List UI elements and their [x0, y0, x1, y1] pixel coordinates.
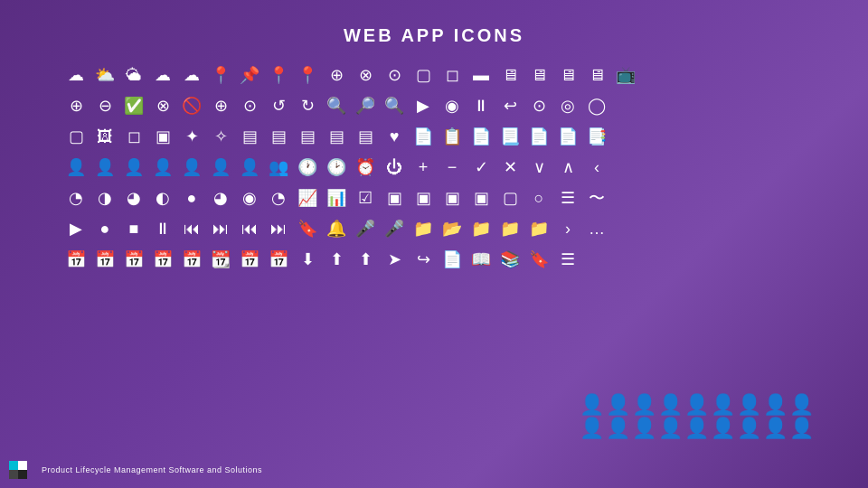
- monitor-icon-1: 🖥: [497, 62, 523, 88]
- person-cyan-1: 👤: [580, 395, 604, 415]
- person-cyan-9: 👤: [684, 418, 709, 438]
- monitor-icon-4: 🖥: [584, 62, 609, 88]
- person-white-7: 👤: [737, 418, 761, 438]
- doc-icon-2: 📋: [439, 124, 465, 149]
- list-icon: ☰: [555, 185, 580, 211]
- doc-icon-6: 📄: [555, 124, 580, 149]
- add-icon: ⊕: [208, 93, 233, 118]
- upload-icon-2: ⬆: [353, 247, 378, 272]
- dot-icon: ●: [92, 216, 118, 241]
- doc-icon-3: 📄: [468, 124, 494, 149]
- sun-icon-1: ✦: [179, 124, 204, 149]
- icon-row-6: ▶ ● ■ ⏸ ⏮ ⏭ ⏮ ⏭ 🔖 🔔 🎤 🎤 📁 📂 📁 📁 📁 › …: [63, 216, 805, 241]
- cloud-download-icon: ☁: [179, 62, 204, 88]
- map-icon-4: ▤: [324, 124, 349, 149]
- book-open-icon: 📚: [497, 247, 523, 272]
- calendar-icon-5: 📅: [179, 247, 204, 272]
- square-icon-1: ▢: [410, 62, 436, 88]
- footer-text: Product Lifecycle Management Software an…: [42, 465, 262, 474]
- check-icon: ✓: [468, 155, 494, 180]
- folder-icon-2: 📂: [439, 216, 465, 241]
- line-chart-icon: 📈: [295, 185, 320, 211]
- chevron-up-icon: ∧: [555, 155, 580, 180]
- person-white-3: 👤: [737, 395, 761, 415]
- menu-icon: ☰: [555, 247, 580, 272]
- map-icon-2: ▤: [266, 124, 291, 149]
- icon-row-4: 👤 👤 👤 👤 👤 👤 👤 👥 🕐 🕑 ⏰ ⏻ + − ✓ ✕ ∨ ∧ ‹: [63, 155, 805, 180]
- circle-dot-icon: ◎: [555, 93, 580, 118]
- person-cyan-5: 👤: [580, 418, 604, 438]
- ellipsis-icon: …: [584, 216, 609, 241]
- times-icon: ✕: [497, 155, 523, 180]
- people-row-2: 👤 👤 👤 👤 👤 👤 👤 👤 👤: [580, 418, 814, 438]
- circle-full-icon: ●: [179, 185, 204, 211]
- doc-icon-7: 📑: [584, 124, 609, 149]
- power-icon: ⏻: [382, 155, 407, 180]
- person-cyan-2: 👤: [606, 395, 630, 415]
- frame-icon-2: ▣: [150, 124, 175, 149]
- stop-icon: ■: [121, 216, 146, 241]
- people-section: 👤 👤 👤 👤 👤 👤 👤 👤 👤 👤 👤 👤 👤 👤 👤 👤 👤 👤: [580, 395, 814, 438]
- person-cyan-7: 👤: [632, 418, 656, 438]
- pie-chart-6-icon: ◔: [266, 185, 291, 211]
- person-icon-4: 👤: [150, 155, 175, 180]
- rewind-icon: ⏮: [179, 216, 204, 241]
- map-icon-3: ▤: [295, 124, 320, 149]
- calendar-icon-4: 📅: [150, 247, 175, 272]
- icon-row-5: ◔ ◑ ◕ ◐ ● ◕ ◉ ◔ 📈 📊 ☑ ▣ ▣ ▣ ▣ ▢ ○ ☰ 〜: [63, 185, 805, 211]
- calendar-icon-1: 📅: [63, 247, 89, 272]
- pie-chart-4-icon: ◐: [150, 185, 175, 211]
- calendar-icon-2: 📅: [92, 247, 118, 272]
- layout-4-icon: ▣: [468, 185, 494, 211]
- svg-rect-2: [9, 470, 18, 479]
- person-icon-5: 👤: [179, 155, 204, 180]
- location-pin-2: 📌: [237, 62, 262, 88]
- bell-icon: 🔔: [324, 216, 349, 241]
- calendar-icon-6: 📆: [208, 247, 233, 272]
- minus-icon: −: [439, 155, 465, 180]
- logout-icon: ↪: [410, 247, 436, 272]
- person-white-8: 👤: [763, 418, 788, 438]
- chevron-down-icon: ∨: [526, 155, 552, 180]
- location-pin-1: 📍: [208, 62, 233, 88]
- svg-rect-1: [18, 461, 27, 470]
- refresh-ccw-icon: ↻: [295, 93, 320, 118]
- minus-circle-icon: ⊖: [92, 93, 118, 118]
- chevron-right-icon: ›: [555, 216, 580, 241]
- location-pin-3: 📍: [266, 62, 291, 88]
- sun-icon-2: ✧: [208, 124, 233, 149]
- window-icon: ▢: [63, 124, 89, 149]
- location-pin-4: 📍: [295, 62, 320, 88]
- plus-circle-icon: ⊕: [63, 93, 89, 118]
- icon-row-2: ⊕ ⊖ ✅ ⊗ 🚫 ⊕ ⊙ ↺ ↻ 🔍 🔎 🔍 ▶ ◉ ⏸ ↩ ⊙ ◎ ◯: [63, 93, 805, 118]
- title: WEB APP ICONS: [0, 0, 868, 62]
- skip-end-icon: ⏭: [266, 216, 291, 241]
- person-white-9: 👤: [789, 418, 814, 438]
- x-circle-icon: ⊗: [150, 93, 175, 118]
- svg-rect-3: [18, 470, 27, 479]
- search-plus-icon: 🔎: [353, 93, 378, 118]
- icon-row-3: ▢ 🖼 ◻ ▣ ✦ ✧ ▤ ▤ ▤ ▤ ▤ ♥ 📄 📋 📄 📃 📄 📄 📑: [63, 124, 805, 149]
- folder-icon-3: 📁: [468, 216, 494, 241]
- folder-icon-4: 📁: [497, 216, 523, 241]
- svg-rect-0: [9, 461, 18, 470]
- circle-icon: ◯: [584, 93, 609, 118]
- clock-icon: ⊙: [382, 62, 407, 88]
- person-cyan-3: 👤: [632, 395, 656, 415]
- donut-chart-icon: ◉: [237, 185, 262, 211]
- mic-off-icon: 🎤: [382, 216, 407, 241]
- square-empty-icon: ▢: [497, 185, 523, 211]
- book-icon: 📖: [468, 247, 494, 272]
- bookmark-icon: 🔖: [295, 216, 320, 241]
- calendar-icon-8: 📅: [266, 247, 291, 272]
- person-cyan-8: 👤: [658, 418, 683, 438]
- bar-chart-icon: 📊: [324, 185, 349, 211]
- heart-icon: ♥: [382, 124, 407, 149]
- person-white-1: 👤: [684, 395, 709, 415]
- person-icon-7: 👤: [237, 155, 262, 180]
- clock-2-icon: 🕑: [324, 155, 349, 180]
- person-white-6: 👤: [711, 418, 735, 438]
- layout-2-icon: ▣: [410, 185, 436, 211]
- play-button-icon: ▶: [63, 216, 89, 241]
- loop-icon: ⊙: [526, 93, 552, 118]
